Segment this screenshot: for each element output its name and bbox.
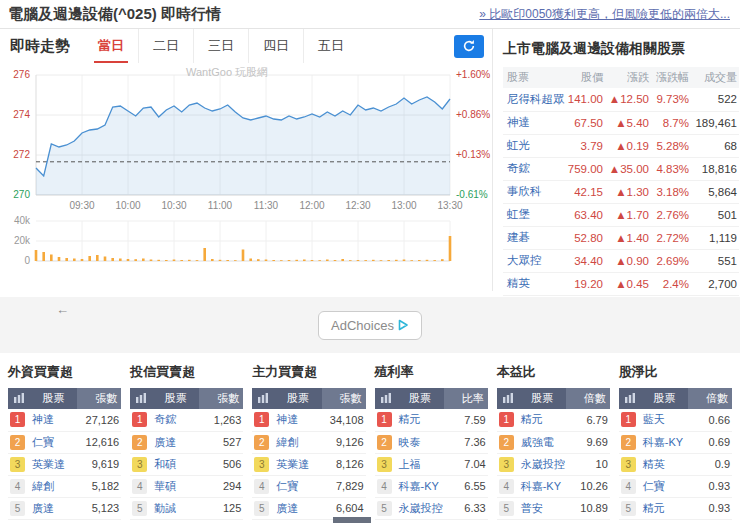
stock-link[interactable]: 威強電 [519, 431, 566, 453]
rank-badge: 2 [254, 435, 269, 450]
tab-3day[interactable]: 三日 [193, 29, 248, 63]
stock-change: ▲5.40 [605, 111, 651, 134]
stock-link[interactable]: 普安 [519, 497, 566, 519]
rank-row: 4華碩294 [130, 475, 243, 497]
back-arrow-icon[interactable]: ← [56, 302, 69, 317]
stock-link[interactable]: 尼得科超眾 [503, 88, 565, 111]
stock-link[interactable]: 科嘉-KY [397, 475, 444, 497]
stock-link[interactable]: 神達 [503, 111, 565, 134]
stock-link[interactable]: 精元 [397, 409, 444, 431]
stock-link[interactable]: 英業達 [274, 453, 321, 475]
stock-link[interactable]: 藍天 [641, 409, 688, 431]
related-stocks-table: 股票股價漲跌漲跌幅成交量尼得科超眾141.00▲12.509.73%522神達6… [503, 67, 739, 296]
stock-link[interactable]: 神達 [274, 409, 321, 431]
svg-text:10:00: 10:00 [115, 200, 140, 211]
rank-col-value[interactable]: 張數 [77, 388, 121, 409]
rank-row: 3上福7.04 [375, 453, 488, 475]
stock-link[interactable]: 精元 [519, 409, 566, 431]
rank-col-value[interactable]: 倍數 [566, 388, 610, 409]
svg-text:09:30: 09:30 [69, 200, 94, 211]
stock-link[interactable]: 仁寶 [274, 475, 321, 497]
rank-badge: 2 [499, 435, 514, 450]
stock-price: 67.50 [565, 111, 605, 134]
stock-link[interactable]: 華碩 [152, 475, 199, 497]
stock-link[interactable]: 建碁 [503, 226, 565, 249]
stock-link[interactable]: 緯創 [30, 475, 77, 497]
rank-col-stock: 股票 [641, 388, 688, 409]
stock-link[interactable]: 勤誠 [152, 497, 199, 519]
stock-link[interactable]: 精英 [503, 272, 565, 295]
rank-row: 5精元0.93 [619, 497, 732, 519]
rank-col-value[interactable]: 張數 [199, 388, 243, 409]
rank-value: 27,126 [77, 409, 121, 431]
rank-row: 3和碩506 [130, 453, 243, 475]
tab-today[interactable]: 當日 [84, 29, 138, 63]
stock-change-pct: 5.28% [651, 134, 691, 157]
rank-badge: 5 [621, 501, 636, 516]
rank-badge: 3 [499, 457, 514, 472]
table-row: 事欣科42.15▲1.303.18%5,864 [503, 180, 739, 203]
rank-value: 5,182 [77, 475, 121, 497]
rank-row: 5普安10.89 [497, 497, 610, 519]
stock-volume: 5,864 [691, 180, 739, 203]
stock-volume: 18,816 [691, 157, 739, 180]
stock-link[interactable]: 科嘉-KY [519, 475, 566, 497]
bar-chart-icon [497, 388, 519, 409]
stock-link[interactable]: 英業達 [30, 453, 77, 475]
stock-link[interactable]: 奇鋐 [503, 157, 565, 180]
stock-link[interactable]: 虹堡 [503, 203, 565, 226]
stock-link[interactable]: 精英 [641, 453, 688, 475]
stock-link[interactable]: 緯創 [274, 431, 321, 453]
stock-link[interactable]: 神達 [30, 409, 77, 431]
rank-col-value[interactable]: 比率 [444, 388, 488, 409]
svg-text:0: 0 [24, 255, 30, 266]
rank-row: 4緯創5,182 [8, 475, 121, 497]
stock-link[interactable]: 大眾控 [503, 249, 565, 272]
stock-link[interactable]: 廣達 [30, 497, 77, 519]
stock-link[interactable]: 廣達 [274, 497, 321, 519]
rank-badge: 3 [10, 457, 25, 472]
svg-text:+0.86%: +0.86% [456, 109, 490, 120]
tab-5day[interactable]: 五日 [303, 29, 358, 63]
rank-value: 1,263 [199, 409, 243, 431]
stock-link[interactable]: 上福 [397, 453, 444, 475]
table-row: 奇鋐759.00▲35.004.83%18,816 [503, 157, 739, 180]
stock-link[interactable]: 永崴投控 [519, 453, 566, 475]
stock-link[interactable]: 精元 [641, 497, 688, 519]
promo-link[interactable]: » 比歐印0050獲利更高，但風險更低的兩倍大... [479, 6, 730, 23]
intraday-chart: 276+1.60%274+0.86%272+0.13%270-0.61%09:3… [0, 63, 492, 269]
rank-badge: 1 [621, 412, 636, 427]
stock-link[interactable]: 廣達 [152, 431, 199, 453]
stock-price: 3.79 [565, 134, 605, 157]
table-row: 大眾控34.40▲0.902.69%551 [503, 249, 739, 272]
rank-col-value[interactable]: 倍數 [688, 388, 732, 409]
adchoices-button[interactable]: AdChoices [318, 311, 422, 340]
stock-link[interactable]: 事欣科 [503, 180, 565, 203]
svg-text:11:00: 11:00 [208, 200, 233, 211]
rank-row: 5永崴投控6.33 [375, 497, 488, 519]
stock-change-pct: 4.83% [651, 157, 691, 180]
stock-link[interactable]: 仁寶 [30, 431, 77, 453]
rank-badge: 5 [254, 501, 269, 516]
stock-link[interactable]: 虹光 [503, 134, 565, 157]
bottom-ad-tab[interactable] [333, 517, 371, 523]
stock-link[interactable]: 映泰 [397, 431, 444, 453]
rank-col-value[interactable]: 張數 [322, 388, 366, 409]
stock-link[interactable]: 仁寶 [641, 475, 688, 497]
refresh-button[interactable] [454, 35, 484, 58]
stock-link[interactable]: 永崴投控 [397, 497, 444, 519]
stock-link[interactable]: 科嘉-KY [641, 431, 688, 453]
stock-link[interactable]: 和碩 [152, 453, 199, 475]
stock-volume: 1,119 [691, 226, 739, 249]
rank-table-title: 本益比 [497, 363, 610, 381]
tab-2day[interactable]: 二日 [138, 29, 193, 63]
rank-value: 0.93 [688, 497, 732, 519]
rank-table: 股淨比股票倍數1藍天0.662科嘉-KY0.693精英0.94仁寶0.935精元… [619, 361, 732, 520]
stock-price: 63.40 [565, 203, 605, 226]
stock-change: ▲12.50 [605, 88, 651, 111]
stock-change-pct: 8.7% [651, 111, 691, 134]
stock-link[interactable]: 奇鋐 [152, 409, 199, 431]
rank-badge: 1 [10, 412, 25, 427]
rank-col-stock: 股票 [152, 388, 199, 409]
tab-4day[interactable]: 四日 [248, 29, 303, 63]
